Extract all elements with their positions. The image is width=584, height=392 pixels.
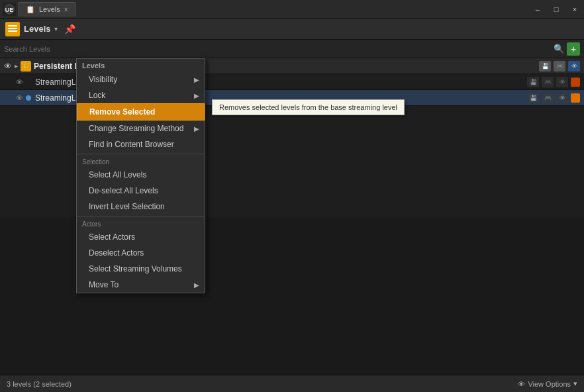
menu-item-visibility[interactable]: Visibility ▶ (77, 72, 205, 87)
tab-label: Levels (39, 5, 60, 13)
expand-arrow-icon[interactable]: ▸ (15, 62, 18, 70)
vis-icon-a[interactable]: 👁 (556, 77, 568, 87)
chevron-right-icon: ▶ (194, 76, 199, 83)
chevron-right-icon-lock: ▶ (194, 92, 199, 99)
view-options-arrow-icon: ▾ (573, 379, 577, 388)
view-options-button[interactable]: 👁 View Options ▾ (518, 379, 577, 388)
add-level-button[interactable]: + (567, 42, 580, 56)
visibility-icon: 👁 (4, 62, 12, 71)
level-icon: L (21, 61, 31, 72)
context-menu: Levels Visibility ▶ Lock ▶ Remove Select… (76, 58, 205, 293)
menu-section-levels: Levels (77, 59, 205, 72)
menu-item-find-content[interactable]: Find in Content Browser (77, 136, 205, 152)
svg-rect-2 (8, 25, 17, 26)
minimize-button[interactable]: – (528, 0, 547, 19)
tab-levels[interactable]: 📋 Levels × (19, 2, 75, 17)
level-dot-a (26, 79, 31, 85)
menu-item-deselect-actors[interactable]: Deselect Actors (77, 245, 205, 261)
menu-section-actors: Actors (77, 218, 205, 229)
visibility-icon-a: 👁 (16, 78, 23, 86)
visibility-toggle-icon[interactable]: 👁 (568, 61, 580, 72)
main-content: Levels ▾ 📌 🔍 + 👁 ▸ L Persistent Level 💾 … (0, 19, 584, 392)
menu-divider-2 (77, 216, 205, 217)
menu-item-lock[interactable]: Lock ▶ (77, 87, 205, 103)
vis-icon-b[interactable]: 👁 (556, 93, 568, 103)
chevron-right-icon-streaming: ▶ (194, 125, 199, 132)
close-button[interactable]: × (565, 0, 584, 19)
row-action-icons-a: 💾 🎮 👁 (527, 77, 580, 87)
maximize-button[interactable]: □ (547, 0, 565, 19)
row-action-icons: 💾 🎮 👁 (539, 61, 580, 72)
chevron-right-icon-move: ▶ (194, 281, 199, 289)
view-options-label: View Options (528, 380, 571, 388)
search-bar: 🔍 + (0, 40, 584, 58)
search-icon[interactable]: 🔍 (554, 44, 564, 54)
tooltip-text: Removes selected levels from the base st… (219, 103, 397, 111)
save-icon-b[interactable]: 💾 (527, 93, 539, 103)
menu-item-select-actors[interactable]: Select Actors (77, 229, 205, 245)
level-count-label: 3 levels (2 selected) (7, 380, 72, 388)
visibility-icon-b: 👁 (16, 94, 23, 102)
gamepad-icon-b[interactable]: 🎮 (542, 93, 554, 103)
panel-header: Levels ▾ 📌 (0, 19, 584, 40)
menu-item-change-streaming[interactable]: Change Streaming Method ▶ (77, 121, 205, 136)
app-logo: UE (3, 3, 16, 16)
color-swatch-b (571, 93, 580, 103)
status-bar: 3 levels (2 selected) 👁 View Options ▾ (0, 375, 584, 392)
panel-pin-icon[interactable]: 📌 (64, 24, 75, 34)
menu-item-select-streaming-volumes[interactable]: Select Streaming Volumes (77, 261, 205, 277)
tab-icon: 📋 (26, 5, 35, 14)
menu-item-deselect-all[interactable]: De-select All Levels (77, 183, 205, 199)
menu-item-invert-selection[interactable]: Invert Level Selection (77, 199, 205, 215)
panel-icon (5, 22, 20, 36)
gamepad-icon[interactable]: 🎮 (554, 61, 565, 72)
menu-divider-1 (77, 154, 205, 154)
view-options-eye-icon: 👁 (518, 380, 525, 388)
menu-item-select-all[interactable]: Select All Levels (77, 167, 205, 183)
streaming-level-b-name: StreamingL (35, 93, 75, 103)
panel-title: Levels (24, 24, 50, 34)
tooltip: Removes selected levels from the base st… (212, 99, 405, 115)
gamepad-icon-a[interactable]: 🎮 (542, 77, 554, 87)
save-icon-a[interactable]: 💾 (527, 77, 539, 87)
title-bar: UE 📋 Levels × – □ × (0, 0, 584, 19)
svg-rect-4 (8, 30, 17, 32)
window-controls: – □ × (528, 0, 584, 19)
search-input[interactable] (4, 45, 554, 53)
panel-dropdown-arrow[interactable]: ▾ (54, 25, 58, 32)
tab-close-icon[interactable]: × (64, 6, 68, 13)
menu-item-remove-selected[interactable]: Remove Selected (77, 103, 205, 121)
save-icon[interactable]: 💾 (539, 61, 551, 72)
svg-rect-3 (8, 28, 17, 29)
context-menu-overlay: Levels Visibility ▶ Lock ▶ Remove Select… (76, 58, 205, 293)
svg-text:UE: UE (5, 7, 14, 13)
color-swatch-a (571, 77, 580, 87)
row-action-icons-b: 💾 🎮 👁 (527, 93, 580, 103)
menu-item-move-to[interactable]: Move To ▶ (77, 277, 205, 293)
menu-section-selection: Selection (77, 156, 205, 167)
level-dot-b (26, 95, 31, 101)
